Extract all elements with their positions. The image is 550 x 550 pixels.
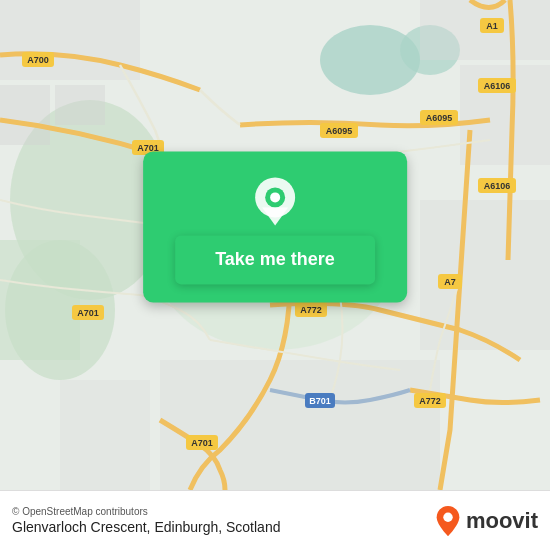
svg-text:A6095: A6095 bbox=[326, 126, 353, 136]
svg-text:A772: A772 bbox=[300, 305, 322, 315]
moovit-pin-icon bbox=[434, 504, 462, 538]
location-text: Glenvarloch Crescent, Edinburgh, Scotlan… bbox=[12, 519, 280, 535]
svg-text:A772: A772 bbox=[419, 396, 441, 406]
svg-text:A1: A1 bbox=[486, 21, 498, 31]
location-pin-icon bbox=[250, 175, 300, 235]
svg-text:A6095: A6095 bbox=[426, 113, 453, 123]
svg-text:A6106: A6106 bbox=[484, 181, 511, 191]
svg-rect-9 bbox=[55, 85, 105, 125]
svg-text:A7: A7 bbox=[444, 277, 456, 287]
svg-marker-44 bbox=[262, 207, 288, 225]
footer-info: © OpenStreetMap contributors Glenvarloch… bbox=[12, 506, 280, 535]
svg-rect-7 bbox=[0, 0, 140, 80]
moovit-brand-name: moovit bbox=[466, 508, 538, 534]
svg-point-45 bbox=[443, 512, 452, 521]
footer: © OpenStreetMap contributors Glenvarloch… bbox=[0, 490, 550, 550]
svg-text:B701: B701 bbox=[309, 396, 331, 406]
map-container: A1 A700 A701 A701 A701 A6095 A6095 A6106… bbox=[0, 0, 550, 490]
take-me-there-button[interactable]: Take me there bbox=[175, 235, 375, 284]
svg-rect-3 bbox=[0, 240, 80, 360]
moovit-logo: moovit bbox=[434, 504, 538, 538]
location-card: Take me there bbox=[143, 151, 407, 302]
svg-text:A701: A701 bbox=[77, 308, 99, 318]
svg-text:A701: A701 bbox=[191, 438, 213, 448]
svg-text:A700: A700 bbox=[27, 55, 49, 65]
svg-text:A6106: A6106 bbox=[484, 81, 511, 91]
svg-rect-8 bbox=[0, 85, 50, 145]
osm-credit: © OpenStreetMap contributors bbox=[12, 506, 280, 517]
svg-rect-14 bbox=[60, 380, 150, 490]
svg-point-43 bbox=[270, 192, 280, 202]
